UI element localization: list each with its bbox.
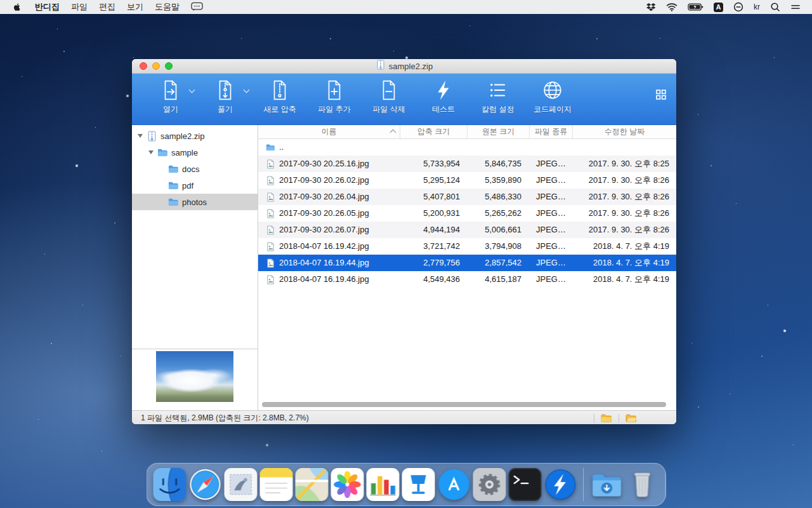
cell-packed-size: 5,407,801 [400,189,468,205]
toolbar: 열기풀기새로 압축파일 추가파일 삭제테스트칼럼 설정코드페이지 [132,74,676,125]
scrollbar-thumb[interactable] [262,402,666,407]
cell-packed-size: 2,779,756 [400,255,468,271]
grid-icon [656,90,666,100]
menu-bar-left: 반디집파일편집보기도움말 [0,1,209,13]
toolbar-button-column-settings[interactable]: 칼럼 설정 [471,74,525,124]
cell-original-size: 3,794,908 [468,238,530,255]
sidebar-item-label: docs [182,164,199,174]
battery-icon[interactable] [683,3,709,11]
menu-반디집[interactable]: 반디집 [29,2,65,11]
toolbar-button-delete-file[interactable]: 파일 삭제 [362,74,416,124]
notification-center-icon[interactable] [785,3,806,11]
separator [619,414,619,423]
dock-icon-photos[interactable] [331,467,365,502]
apple-menu[interactable] [8,2,27,12]
table-row[interactable]: 2017-09-30 20.25.16.jpg5,733,9545,846,73… [258,156,676,172]
toolbar-button-label: 새로 압축 [263,104,296,115]
cell-modified-date: 2017. 9. 30. 오후 8:26 [573,205,676,222]
wifi-icon[interactable] [661,3,683,11]
preview-thumbnail [156,351,233,402]
column-header-4[interactable]: 수정한 날짜 [573,125,676,138]
disclosure-triangle-icon[interactable] [147,150,155,154]
sidebar-tree: sample2.zipsampledocspdfphotos [132,125,258,210]
column-header-1[interactable]: 압축 크기 [400,125,468,138]
table-row[interactable]: .. [258,139,676,156]
menu-편집[interactable]: 편집 [93,2,121,11]
sidebar-item-photos[interactable]: photos [132,194,258,210]
close-button[interactable] [140,62,147,70]
sidebar-item-pdf[interactable]: pdf [132,177,258,194]
cell-original-size: 5,846,735 [468,156,530,172]
menu-보기[interactable]: 보기 [121,2,149,11]
cell-original-size: 2,857,542 [468,255,530,271]
statusbar-buttons [594,413,637,424]
do-not-disturb-icon[interactable] [728,2,749,12]
menu-도움말[interactable]: 도움말 [149,2,185,11]
sidebar-item-label: pdf [182,181,193,190]
window-titlebar[interactable]: sample2.zip [132,59,676,74]
layout-toggle-button[interactable] [656,90,666,102]
dock-icon-safari[interactable] [188,467,223,502]
toolbar-button-open[interactable]: 열기 [143,74,198,124]
toolbar-button-codepage[interactable]: 코드페이지 [525,74,580,124]
dock-icon-downloads[interactable] [590,467,624,502]
column-header-label: 파일 종류 [535,127,567,136]
dock-icon-finder[interactable] [153,467,187,502]
dock-icon-app-store[interactable] [437,467,471,502]
dropbox-icon[interactable] [641,3,661,12]
table-row[interactable]: 2017-09-30 20.26.05.jpg5,200,9315,265,26… [258,205,676,222]
chevron-down-icon[interactable] [190,88,195,93]
dock-icon-mail[interactable] [224,467,258,502]
cell-file-type: JPEG… [530,156,573,172]
search-icon[interactable] [765,2,785,12]
status-bar: 1 파일 선택됨, 2.9MB (압축된 크기: 2.8MB, 2.7%) [132,410,676,424]
toolbar-button-new-archive[interactable]: 새로 압축 [252,74,307,124]
file-name: .. [279,139,284,156]
cell-original-size: 4,615,187 [468,271,530,288]
cell-modified-date: 2018. 4. 7. 오후 4:19 [573,238,676,255]
column-header-label: 이름 [322,127,337,136]
file-table: ..2017-09-30 20.25.16.jpg5,733,9545,846,… [258,139,676,410]
statusbar-folder-button-2[interactable] [625,413,637,424]
dock-icon-bandizip[interactable] [544,467,578,502]
dock-icon-trash[interactable] [625,467,660,502]
dock-icon-notes[interactable] [259,467,294,502]
table-row[interactable]: 2017-09-30 20.26.02.jpg5,295,1245,359,89… [258,172,676,189]
sidebar-item-sample[interactable]: sample [132,144,258,161]
sidebar-item-docs[interactable]: docs [132,161,258,177]
disclosure-triangle-icon[interactable] [136,134,144,138]
minimize-button[interactable] [152,62,160,70]
table-row[interactable]: 2018-04-07 16.19.46.jpg4,549,4364,615,18… [258,271,676,288]
dock-icon-maps[interactable] [295,467,329,502]
cell-packed-size: 5,733,954 [400,156,468,172]
zoom-button[interactable] [165,62,173,70]
column-header-0[interactable]: 이름 [258,125,400,138]
toolbar-button-test[interactable]: 테스트 [416,74,471,124]
dock-icon-numbers[interactable] [366,467,400,502]
horizontal-scrollbar[interactable] [262,402,670,408]
table-row[interactable]: 2017-09-30 20.26.04.jpg5,407,8015,486,33… [258,189,676,205]
dock-icon-terminal[interactable] [508,467,542,502]
toolbar-button-add-file[interactable]: 파일 추가 [307,74,362,124]
statusbar-folder-button-1[interactable] [601,413,612,424]
chevron-down-icon[interactable] [244,88,249,93]
test-icon [433,78,454,102]
sidebar-item-sample2.zip[interactable]: sample2.zip [132,128,258,144]
column-header-3[interactable]: 파일 종류 [530,125,573,138]
folder-icon [168,197,179,208]
toolbar-button-extract[interactable]: 풀기 [198,74,252,124]
cell-file-type: JPEG… [530,189,573,205]
menu-파일[interactable]: 파일 [65,2,93,11]
column-header-2[interactable]: 원본 크기 [468,125,530,138]
dock-icon-system-preferences[interactable] [473,467,507,502]
folder-up-icon [266,143,275,152]
table-row[interactable]: 2018-04-07 16.19.42.jpg3,721,7423,794,90… [258,238,676,255]
table-row[interactable]: 2018-04-07 16.19.44.jpg2,779,7562,857,54… [258,255,676,271]
language-indicator[interactable]: kr [749,3,765,11]
table-row[interactable]: 2017-09-30 20.26.07.jpg4,944,1945,006,66… [258,222,676,238]
zip-file-icon [147,131,157,142]
dock-icon-keynote[interactable] [402,467,436,502]
image-file-icon [266,225,275,235]
input-source-badge[interactable]: A [714,3,723,12]
chat-bubble-icon[interactable] [185,2,209,12]
